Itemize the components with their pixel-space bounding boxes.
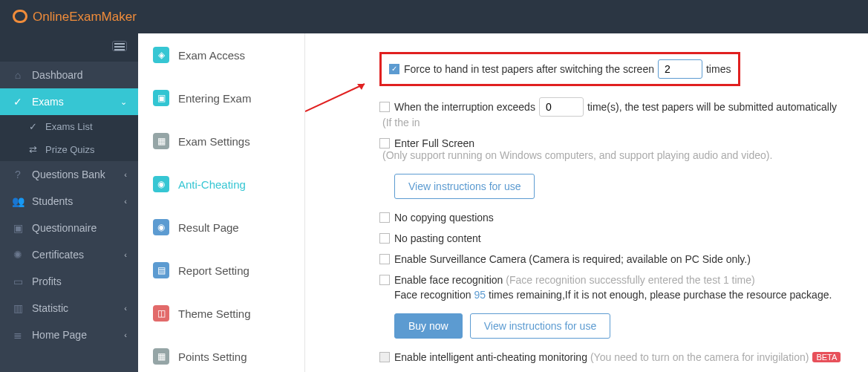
label-interruption-pre: When the interruption exceeds <box>394 101 535 113</box>
checkbox-face-rec[interactable] <box>379 275 390 285</box>
sidebar-subitem-exams-list[interactable]: ✓ Exams List <box>0 115 138 138</box>
tab-anti-cheating[interactable]: ◉ Anti-Cheating <box>138 163 304 206</box>
chevron-left-icon: ‹ <box>124 250 127 259</box>
users-icon: 👥 <box>11 195 25 207</box>
home-icon: ≣ <box>11 329 25 341</box>
door-icon: ▣ <box>153 90 169 106</box>
logo-icon <box>11 8 29 26</box>
eye-icon: ◉ <box>153 176 169 192</box>
label-surveillance: Enable Surveillance Camera (Camera is re… <box>394 253 751 265</box>
gear-icon: ✺ <box>11 249 25 261</box>
svg-line-0 <box>305 84 365 111</box>
highlight-box: Force to hand in test papers after switc… <box>379 52 740 86</box>
checkbox-no-copy[interactable] <box>379 212 390 223</box>
tab-report-setting[interactable]: ▤ Report Setting <box>138 249 304 292</box>
report-icon: ▤ <box>153 262 169 278</box>
label-interruption-post: time(s), the test papers will be submitt… <box>587 101 837 113</box>
grid-icon: ▦ <box>153 133 169 149</box>
svg-marker-1 <box>357 84 365 90</box>
logo-text: OnlineExamMaker <box>33 10 137 25</box>
sidebar-label: Home Page <box>32 329 87 341</box>
tab-exam-settings[interactable]: ▦ Exam Settings <box>138 120 304 163</box>
label-no-copy: No copying questions <box>394 212 494 223</box>
chevron-left-icon: ‹ <box>124 304 127 313</box>
label-force-hand-in-pre: Force to hand in test papers after switc… <box>404 63 654 75</box>
checkbox-interruption[interactable] <box>379 102 390 112</box>
logo[interactable]: OnlineExamMaker <box>11 8 137 26</box>
calc-icon: ▦ <box>153 348 169 365</box>
app-header: OnlineExamMaker <box>0 0 868 33</box>
sidebar-label: Profits <box>32 275 62 287</box>
sidebar-item-exams[interactable]: ✓ Exams ⌄ <box>0 88 138 115</box>
eye-icon: ◉ <box>153 219 169 235</box>
checkbox-surveillance[interactable] <box>379 254 390 264</box>
tab-theme-setting[interactable]: ◫ Theme Setting <box>138 292 304 335</box>
tab-label: Exam Settings <box>178 135 250 148</box>
checkbox-no-paste[interactable] <box>379 233 390 244</box>
tab-entering-exam[interactable]: ▣ Entering Exam <box>138 76 304 120</box>
sidebar-subitem-prize-quizs[interactable]: ⇄ Prize Quizs <box>0 138 138 161</box>
tab-label: Anti-Cheating <box>178 178 246 191</box>
chevron-down-icon: ⌄ <box>120 97 127 107</box>
sidebar-item-certificates[interactable]: ✺ Certificates ‹ <box>0 241 138 268</box>
chart-icon: ▥ <box>11 302 25 314</box>
label-face-rec: Enable face recognition <box>394 274 503 286</box>
hint-interruption: (If the in <box>382 117 420 128</box>
input-interruption-times[interactable] <box>539 97 584 117</box>
content-area: Force to hand in test papers after switc… <box>305 33 868 372</box>
card-icon: ▭ <box>11 275 25 287</box>
sidebar-item-home-page[interactable]: ≣ Home Page ‹ <box>0 322 138 348</box>
tab-label: Points Setting <box>178 350 247 363</box>
sidebar-label: Dashboard <box>32 69 83 81</box>
hint-intelligent: (You need to turn on the camera for invi… <box>590 351 809 363</box>
label-intelligent: Enable intelligent anti-cheating monitor… <box>394 351 587 363</box>
sidebar-item-questionnaire[interactable]: ▣ Questionnaire <box>0 215 138 241</box>
tab-exam-access[interactable]: ◈ Exam Access <box>138 33 304 76</box>
sidebar-item-profits[interactable]: ▭ Profits <box>0 268 138 295</box>
sidebar-label: Questions Bank <box>32 169 105 180</box>
check-icon: ✓ <box>26 121 39 132</box>
sidebar-item-statistic[interactable]: ▥ Statistic ‹ <box>0 295 138 322</box>
tab-points-setting[interactable]: ▦ Points Setting <box>138 335 304 372</box>
hamburger-icon <box>112 41 127 51</box>
home-icon: ⌂ <box>11 69 25 81</box>
hint-face-rec: (Face recognition successfully entered t… <box>506 274 754 286</box>
sidebar-label: Students <box>32 195 73 207</box>
label-no-paste: No pasting content <box>394 232 481 244</box>
tab-label: Report Setting <box>178 264 249 277</box>
palette-icon: ◫ <box>153 305 169 322</box>
tab-result-page[interactable]: ◉ Result Page <box>138 206 304 249</box>
tab-label: Exam Access <box>178 49 245 62</box>
sidebar-label: Exams <box>32 96 64 108</box>
sidebar-item-questions-bank[interactable]: ? Questions Bank ‹ <box>0 161 138 188</box>
chevron-left-icon: ‹ <box>124 330 127 339</box>
sidebar-left: ⌂ Dashboard ✓ Exams ⌄ ✓ Exams List ⇄ Pri… <box>0 33 138 372</box>
tab-label: Entering Exam <box>178 92 251 105</box>
sidebar-item-students[interactable]: 👥 Students ‹ <box>0 188 138 215</box>
face-rec-remaining-post: times remaining,If it is not enough, ple… <box>489 289 832 301</box>
tab-label: Theme Setting <box>178 307 251 320</box>
question-icon: ? <box>11 169 25 180</box>
shield-icon: ◈ <box>153 47 169 63</box>
sidebar-toggle[interactable] <box>0 33 138 62</box>
input-force-hand-in-times[interactable] <box>658 59 702 79</box>
checkbox-full-screen[interactable] <box>379 138 390 149</box>
check-circle-icon: ✓ <box>11 96 25 108</box>
view-instructions-button-2[interactable]: View instructions for use <box>470 313 610 339</box>
label-full-screen: Enter Full Screen <box>394 137 474 149</box>
red-arrow-annotation <box>305 78 372 115</box>
active-indicator <box>138 94 147 109</box>
shuffle-icon: ⇄ <box>26 144 39 155</box>
chevron-left-icon: ‹ <box>124 197 127 206</box>
beta-badge: BETA <box>812 352 841 362</box>
view-instructions-button[interactable]: View instructions for use <box>394 174 535 199</box>
subitem-label: Exams List <box>45 121 93 132</box>
buy-now-button[interactable]: Buy now <box>394 313 463 339</box>
doc-icon: ▣ <box>11 222 25 234</box>
subitem-label: Prize Quizs <box>45 144 94 155</box>
sidebar-label: Statistic <box>32 302 68 314</box>
sidebar-label: Certificates <box>32 249 84 261</box>
checkbox-force-hand-in[interactable] <box>389 64 399 74</box>
checkbox-intelligent[interactable] <box>379 352 390 362</box>
sidebar-item-dashboard[interactable]: ⌂ Dashboard <box>0 62 138 88</box>
